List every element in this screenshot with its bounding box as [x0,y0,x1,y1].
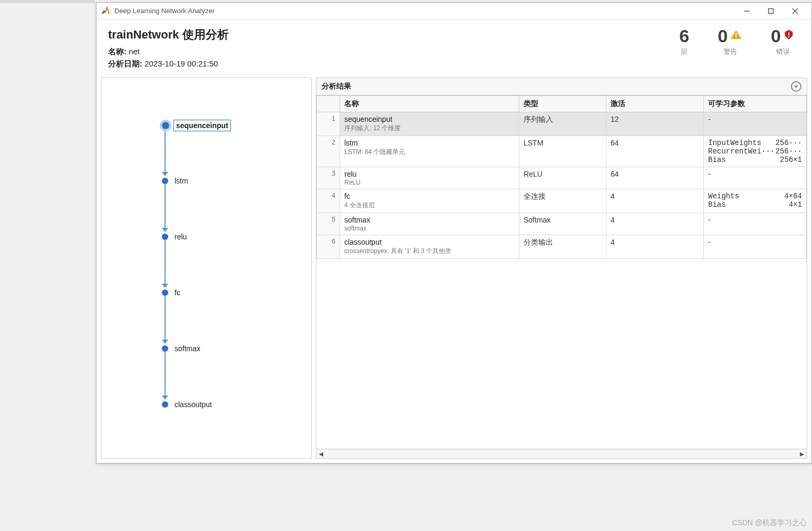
matlab-icon [101,6,110,16]
node-label: fc [172,287,182,298]
stat-warnings: 0 警告 [718,27,742,56]
col-name[interactable]: 名称 [340,96,519,112]
graph-edge [165,351,166,398]
graph-node-sequenceinput[interactable]: sequenceinput [162,120,231,131]
row-index: 6 [317,235,340,259]
table-row[interactable]: 4fc4 全连接层全连接4Weights4×64Bias4×1 [317,189,807,213]
row-index: 5 [317,213,340,235]
table-row[interactable]: 5softmaxsoftmaxSoftmax4- [317,213,807,235]
errors-label: 错误 [771,47,795,56]
row-index: 3 [317,167,340,189]
graph-edge [165,128,166,174]
results-panel: 分析结果 名称 类型 激活 可学习参数 1sequenceinput序列输入: [316,78,807,459]
row-activation: 4 [606,235,704,259]
row-type: Softmax [519,213,606,235]
header: trainNetwork 使用分析 名称: net 分析日期: 2023-10-… [96,20,811,78]
table-row[interactable]: 2lstmLSTM: 64 个隐藏单元LSTM64InputWeights256… [317,136,807,167]
node-label: lstm [172,176,190,186]
row-type: 全连接 [519,189,606,213]
errors-count: 0 [771,27,781,45]
stat-errors: 0 错误 [771,27,795,56]
svg-rect-1 [769,8,774,13]
row-name: sequenceinput序列输入: 12 个维度 [340,112,519,136]
row-index: 2 [317,136,340,167]
row-name: lstmLSTM: 64 个隐藏单元 [340,136,519,167]
content-area: sequenceinputlstmrelufcsoftmaxclassoutpu… [96,78,811,463]
node-dot [162,401,168,408]
name-label: 名称: [108,47,127,56]
background-stub [0,0,95,3]
graph-panel[interactable]: sequenceinputlstmrelufcsoftmaxclassoutpu… [101,78,312,459]
graph-node-fc[interactable]: fc [162,287,182,298]
results-header: 分析结果 [316,78,807,95]
node-dot [162,122,169,129]
expand-options-button[interactable] [791,81,801,92]
graph-node-lstm[interactable]: lstm [162,176,190,186]
graph-node-relu[interactable]: relu [162,231,189,242]
page-title: trainNetwork 使用分析 [108,27,679,43]
row-activation: 64 [606,167,704,189]
graph-node-classoutput[interactable]: classoutput [162,399,214,410]
results-table: 名称 类型 激活 可学习参数 1sequenceinput序列输入: 12 个维… [316,95,807,259]
svg-rect-4 [736,33,737,36]
maximize-button[interactable] [759,3,783,20]
node-label: sequenceinput [173,120,231,131]
node-label: relu [172,231,189,242]
error-icon [783,29,795,43]
results-title: 分析结果 [322,82,351,91]
row-activation: 4 [606,213,704,235]
warnings-count: 0 [718,27,728,45]
col-index [317,96,340,112]
window-title: Deep Learning Network Analyzer [114,7,734,15]
row-activation: 64 [606,136,704,167]
table-row[interactable]: 3reluReLUReLU64- [317,167,807,189]
graph-node-softmax[interactable]: softmax [162,343,202,354]
node-label: softmax [172,343,202,354]
row-name: reluReLU [340,167,519,189]
close-button[interactable] [783,3,807,20]
name-value: net [129,47,140,56]
row-name: fc4 全连接层 [340,189,519,213]
row-type: LSTM [519,136,606,167]
svg-rect-6 [788,32,789,35]
network-name-row: 名称: net [108,47,679,57]
row-learnable: InputWeights256···RecurrentWei···256···B… [704,136,807,167]
col-activation[interactable]: 激活 [606,96,704,112]
analysis-date-row: 分析日期: 2023-10-19 00:21:50 [108,59,679,69]
node-dot [162,234,168,240]
summary-stats: 6 层 0 警告 0 错误 [679,27,800,56]
watermark: CSDN @机器学习之心 [732,518,807,528]
node-dot [162,345,168,352]
svg-rect-7 [788,37,789,38]
node-label: classoutput [172,399,214,410]
row-name: classoutputcrossentropyex: 具有 '1' 和 3 个其… [340,235,519,259]
graph-edge [165,239,166,286]
svg-rect-5 [736,37,737,38]
col-learnable[interactable]: 可学习参数 [704,96,807,112]
date-label: 分析日期: [108,59,142,68]
minimize-button[interactable] [734,3,759,20]
col-type[interactable]: 类型 [519,96,606,112]
layers-label: 层 [679,47,689,56]
row-activation: 12 [606,112,704,136]
stat-layers: 6 层 [679,27,689,56]
row-type: 序列输入 [519,112,606,136]
node-dot [162,178,168,184]
warning-icon [730,28,742,43]
app-window: Deep Learning Network Analyzer trainNetw… [96,2,812,464]
row-learnable: - [704,112,807,136]
row-index: 1 [317,112,340,136]
row-activation: 4 [606,189,704,213]
table-row[interactable]: 6classoutputcrossentropyex: 具有 '1' 和 3 个… [317,235,807,259]
horizontal-scrollbar[interactable]: ◂ ▸ [316,449,807,458]
graph-edge [165,295,166,342]
row-type: 分类输出 [519,235,606,259]
row-learnable: - [704,167,807,189]
scroll-left-button[interactable]: ◂ [316,449,326,459]
node-dot [162,289,168,296]
graph-edge [165,184,166,230]
date-value: 2023-10-19 00:21:50 [144,59,218,68]
table-row[interactable]: 1sequenceinput序列输入: 12 个维度序列输入12- [317,112,807,136]
scroll-right-button[interactable]: ▸ [797,449,807,459]
row-name: softmaxsoftmax [340,213,519,235]
